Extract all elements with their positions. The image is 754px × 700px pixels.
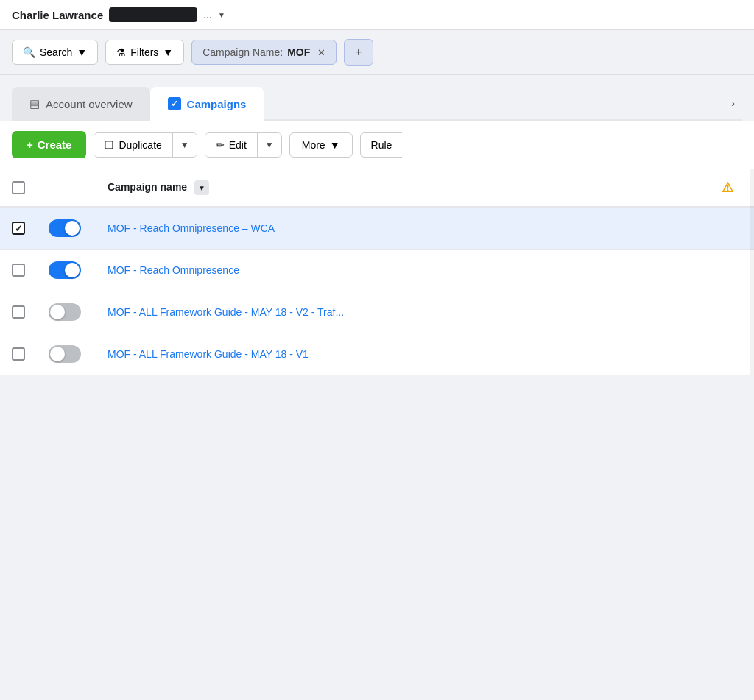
row-alert-cell [710,291,754,333]
campaigns-icon: ✓ [168,97,181,110]
duplicate-dropdown-icon: ▼ [180,140,189,150]
row-toggle[interactable] [49,219,81,237]
search-button[interactable]: 🔍 Search ▼ [12,40,98,65]
duplicate-label: Duplicate [119,139,161,151]
create-plus-icon: + [27,138,33,151]
row-toggle-cell [37,291,96,333]
rules-button[interactable]: Rule [360,132,403,158]
create-button[interactable]: + Create [12,131,86,158]
row-toggle[interactable] [49,261,81,279]
campaign-name-link[interactable]: MOF - Reach Omnipresence [108,264,239,276]
header-campaign-name[interactable]: Campaign name ▼ [96,169,710,207]
tab-more-icon[interactable]: › [724,87,742,121]
toggle-thumb [50,305,65,319]
row-checkbox[interactable] [12,264,25,277]
account-id-ellipsis: ... [203,9,212,21]
row-checkbox-cell [0,250,37,291]
account-overview-icon: ▤ [29,97,40,110]
row-checkbox[interactable] [12,305,25,319]
search-dropdown-icon: ▼ [77,46,87,58]
campaign-name-sort-icon[interactable]: ▼ [194,180,209,195]
search-label: Search [40,46,72,58]
table-row: MOF - ALL Framework Guide - MAY 18 - V2 … [0,291,754,333]
more-label: More [302,139,325,151]
tab-account-overview[interactable]: ▤ Account overview [12,87,150,121]
table-row: MOF - Reach Omnipresence [0,250,754,291]
campaign-name-link[interactable]: MOF - ALL Framework Guide - MAY 18 - V1 [108,348,309,360]
header-checkbox-input[interactable] [12,181,25,194]
row-checkbox[interactable] [12,222,25,235]
add-filter-button[interactable]: + [344,39,373,66]
search-icon: 🔍 [23,46,35,58]
filter-icon: ⚗ [116,46,126,58]
row-checkbox-cell [0,291,37,333]
row-name-cell: MOF - Reach Omnipresence – WCA [96,207,710,250]
table-row: MOF - Reach Omnipresence – WCA [0,207,754,250]
more-dropdown-icon: ▼ [330,139,340,151]
row-toggle[interactable] [49,303,81,321]
toggle-thumb [65,263,80,277]
account-id-pill [109,7,197,22]
row-name-cell: MOF - ALL Framework Guide - MAY 18 - V2 … [96,291,710,333]
more-button[interactable]: More ▼ [289,132,353,158]
campaign-name-header-label: Campaign name [108,181,187,193]
campaign-name-link[interactable]: MOF - Reach Omnipresence – WCA [108,222,275,234]
filter-tag-key: Campaign Name: [202,46,283,58]
account-name: Charlie Lawrance [12,9,103,21]
edit-pencil-icon: ✏ [216,139,225,151]
campaigns-table: Campaign name ▼ ⚠ MOF - Reach Omnipresen… [0,169,754,375]
duplicate-button[interactable]: ❏ Duplicate [94,133,172,157]
row-checkbox-cell [0,333,37,375]
tab-campaigns-label: Campaigns [187,98,247,110]
toggle-thumb [65,221,80,236]
row-toggle-cell [37,333,96,375]
filters-label: Filters [130,46,158,58]
header-alert: ⚠ [710,169,754,207]
campaigns-table-wrapper: Campaign name ▼ ⚠ MOF - Reach Omnipresen… [0,169,754,375]
tab-campaigns[interactable]: ✓ Campaigns [150,87,264,121]
filter-tag-value: MOF [287,46,310,58]
table-header-row: Campaign name ▼ ⚠ [0,169,754,207]
alert-header-icon: ⚠ [722,180,733,195]
header-toggle [37,169,96,207]
row-alert-cell [710,333,754,375]
account-bar: Charlie Lawrance ... ▼ [0,0,754,30]
row-name-cell: MOF - Reach Omnipresence [96,250,710,291]
campaign-name-link[interactable]: MOF - ALL Framework Guide - MAY 18 - V2 … [108,306,344,318]
tab-account-overview-label: Account overview [46,98,133,110]
edit-label: Edit [229,139,247,151]
row-name-cell: MOF - ALL Framework Guide - MAY 18 - V1 [96,333,710,375]
row-checkbox[interactable] [12,347,25,361]
row-toggle-cell [37,207,96,250]
duplicate-icon: ❏ [105,139,114,151]
row-alert-cell [710,250,754,291]
toolbar: + Create ❏ Duplicate ▼ ✏ Edit ▼ More ▼ [0,121,754,169]
edit-btn-group: ✏ Edit ▼ [205,132,282,158]
row-checkbox-cell [0,207,37,250]
filter-tag-close-icon[interactable]: ✕ [317,47,325,58]
filters-dropdown-icon: ▼ [163,46,173,58]
duplicate-dropdown-button[interactable]: ▼ [173,133,197,157]
campaign-name-filter-tag: Campaign Name: MOF ✕ [191,40,337,65]
rules-label: Rule [371,139,392,151]
edit-dropdown-button[interactable]: ▼ [258,133,281,157]
header-checkbox[interactable] [0,169,37,207]
edit-dropdown-icon: ▼ [265,140,274,150]
create-label: Create [38,138,72,151]
table-row: MOF - ALL Framework Guide - MAY 18 - V1 [0,333,754,375]
duplicate-btn-group: ❏ Duplicate ▼ [94,132,197,158]
row-alert-cell [710,207,754,250]
edit-button[interactable]: ✏ Edit [205,133,258,157]
filter-bar: 🔍 Search ▼ ⚗ Filters ▼ Campaign Name: MO… [0,30,754,75]
main-content: + Create ❏ Duplicate ▼ ✏ Edit ▼ More ▼ [0,121,754,375]
tab-area: ▤ Account overview ✓ Campaigns › [0,75,754,121]
toggle-thumb [50,347,65,361]
filters-button[interactable]: ⚗ Filters ▼ [105,40,184,65]
account-dropdown-icon[interactable]: ▼ [218,11,225,19]
row-toggle-cell [37,250,96,291]
row-toggle[interactable] [49,345,81,363]
